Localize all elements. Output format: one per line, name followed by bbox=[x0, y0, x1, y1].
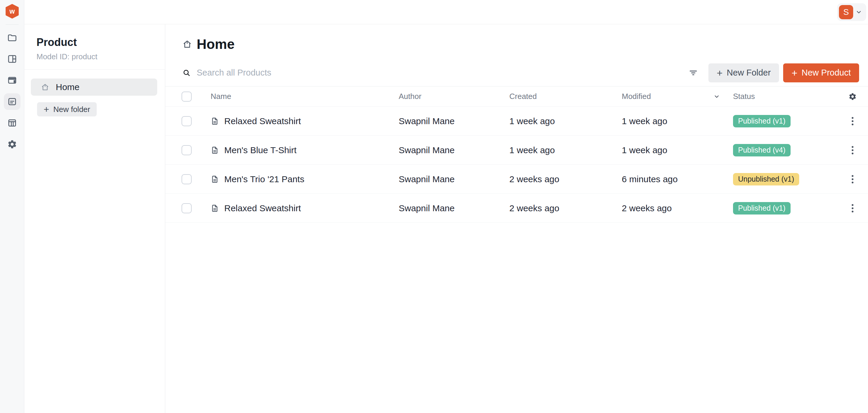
svg-text:w: w bbox=[9, 7, 15, 15]
column-header-name: Name bbox=[211, 92, 399, 101]
column-header-modified[interactable]: Modified bbox=[622, 92, 733, 101]
entry-author: Swapnil Mane bbox=[399, 203, 509, 213]
sort-chevron-down-icon bbox=[713, 93, 720, 100]
account-menu[interactable]: S bbox=[837, 3, 866, 21]
document-icon bbox=[211, 146, 219, 154]
toolbar: + New Folder + New Product bbox=[165, 59, 868, 87]
gear-icon bbox=[848, 93, 857, 101]
avatar: S bbox=[839, 5, 853, 19]
entry-name: Men's Blue T-Shirt bbox=[224, 145, 297, 155]
row-checkbox[interactable] bbox=[182, 203, 192, 213]
table-icon bbox=[7, 118, 17, 128]
row-menu-button[interactable] bbox=[850, 115, 855, 127]
rail-divider bbox=[6, 24, 19, 25]
entry-name: Men's Trio '21 Pants bbox=[224, 174, 304, 184]
page-builder-icon bbox=[7, 75, 17, 85]
rail-item-layout[interactable] bbox=[4, 51, 21, 67]
column-settings-button[interactable] bbox=[848, 93, 857, 101]
status-badge: Published (v4) bbox=[733, 144, 790, 157]
row-checkbox[interactable] bbox=[182, 145, 192, 155]
column-header-status: Status bbox=[733, 92, 845, 101]
document-icon bbox=[211, 117, 219, 125]
sidebar-item-home[interactable]: Home bbox=[31, 78, 157, 96]
entry-author: Swapnil Mane bbox=[399, 116, 509, 126]
table-row[interactable]: Relaxed Sweatshirt Swapnil Mane 1 week a… bbox=[165, 107, 868, 136]
entry-created: 1 week ago bbox=[509, 116, 622, 126]
entry-name: Relaxed Sweatshirt bbox=[224, 203, 301, 213]
entry-created: 2 weeks ago bbox=[509, 174, 622, 184]
table-row[interactable]: Men's Trio '21 Pants Swapnil Mane 2 week… bbox=[165, 165, 868, 194]
status-badge: Published (v1) bbox=[733, 202, 790, 214]
document-icon bbox=[211, 204, 219, 212]
table-body: Relaxed Sweatshirt Swapnil Mane 1 week a… bbox=[165, 107, 868, 223]
sidebar-item-label: Home bbox=[56, 82, 80, 92]
select-all-checkbox[interactable] bbox=[182, 92, 192, 102]
folder-icon bbox=[7, 33, 17, 43]
rail-item-file-manager[interactable] bbox=[4, 29, 21, 46]
new-folder-button[interactable]: + New Folder bbox=[708, 63, 779, 82]
entry-author: Swapnil Mane bbox=[399, 145, 509, 155]
filter-icon bbox=[689, 68, 698, 77]
search-input[interactable] bbox=[196, 68, 405, 78]
row-menu-button[interactable] bbox=[850, 202, 855, 214]
chevron-down-icon bbox=[856, 9, 862, 15]
status-badge: Unpublished (v1) bbox=[733, 173, 799, 185]
table-row[interactable]: Men's Blue T-Shirt Swapnil Mane 1 week a… bbox=[165, 136, 868, 165]
rail-item-page-builder[interactable] bbox=[4, 72, 21, 89]
row-menu-button[interactable] bbox=[850, 144, 855, 156]
status-badge: Published (v1) bbox=[733, 115, 790, 127]
column-header-author: Author bbox=[399, 92, 509, 101]
row-checkbox[interactable] bbox=[182, 174, 192, 184]
cms-entries-icon bbox=[7, 97, 17, 107]
rail-item-settings[interactable] bbox=[4, 136, 21, 152]
row-checkbox[interactable] bbox=[182, 116, 192, 126]
new-folder-button-label: New Folder bbox=[727, 68, 771, 78]
settings-gear-icon bbox=[7, 139, 17, 149]
sidebar-new-folder-button[interactable]: + New folder bbox=[37, 102, 97, 116]
model-panel: Product Model ID: product Home + New fol… bbox=[24, 24, 165, 413]
entry-modified: 1 week ago bbox=[622, 145, 733, 155]
search-icon bbox=[182, 69, 191, 77]
entry-author: Swapnil Mane bbox=[399, 174, 509, 184]
entry-modified: 1 week ago bbox=[622, 116, 733, 126]
top-bar: S bbox=[24, 0, 868, 24]
entry-modified: 6 minutes ago bbox=[622, 174, 733, 184]
column-header-modified-label: Modified bbox=[622, 92, 651, 101]
entry-created: 2 weeks ago bbox=[509, 203, 622, 213]
entry-created: 1 week ago bbox=[509, 145, 622, 155]
row-menu-button[interactable] bbox=[850, 173, 855, 185]
entry-name: Relaxed Sweatshirt bbox=[224, 116, 301, 126]
home-icon bbox=[41, 83, 49, 91]
new-product-button-label: New Product bbox=[802, 68, 851, 78]
rail-item-tables[interactable] bbox=[4, 115, 21, 131]
rail-item-cms-entries[interactable] bbox=[4, 93, 21, 110]
new-folder-label: New folder bbox=[53, 105, 90, 114]
filter-button[interactable] bbox=[689, 68, 698, 77]
main-content: Home + New Folder + New Product bbox=[165, 24, 868, 413]
entry-modified: 2 weeks ago bbox=[622, 203, 733, 213]
app-window: w bbox=[0, 0, 868, 413]
app-rail: w bbox=[0, 0, 24, 413]
document-icon bbox=[211, 175, 219, 183]
home-icon bbox=[182, 39, 192, 49]
column-header-created: Created bbox=[509, 92, 622, 101]
table-row[interactable]: Relaxed Sweatshirt Swapnil Mane 2 weeks … bbox=[165, 194, 868, 223]
search-box bbox=[182, 68, 689, 78]
new-product-button[interactable]: + New Product bbox=[783, 63, 859, 82]
model-id: Model ID: product bbox=[36, 52, 156, 61]
webiny-logo[interactable]: w bbox=[5, 4, 19, 19]
model-title: Product bbox=[36, 36, 156, 48]
panel-divider bbox=[24, 69, 165, 70]
page-title: Home bbox=[197, 36, 235, 52]
layout-icon bbox=[7, 54, 17, 64]
table-header: Name Author Created Modified Status bbox=[165, 87, 868, 107]
